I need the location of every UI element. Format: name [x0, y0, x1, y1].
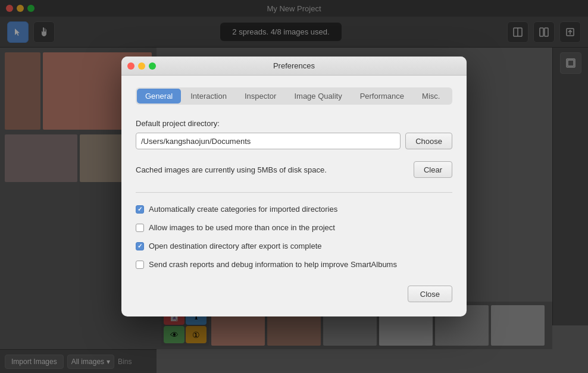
- checkbox-auto-categories: Automatically create categories for impo…: [136, 205, 452, 214]
- open-destination-checkbox[interactable]: [136, 242, 144, 250]
- dialog-close-footer-button[interactable]: Close: [408, 286, 452, 302]
- tab-interaction[interactable]: Interaction: [182, 89, 235, 104]
- directory-label: Default project directory:: [136, 119, 452, 128]
- dialog-footer: Close: [136, 278, 452, 302]
- dialog-titlebar: Preferences: [121, 57, 467, 76]
- directory-row: Choose: [136, 133, 452, 149]
- allow-images-checkbox[interactable]: [136, 224, 144, 232]
- dialog-body: General Interaction Inspector Image Qual…: [121, 76, 467, 316]
- preferences-tabs: General Interaction Inspector Image Qual…: [136, 87, 452, 105]
- dialog-title: Preferences: [273, 61, 315, 70]
- tab-misc[interactable]: Misc.: [414, 89, 448, 104]
- dialog-window-controls: [127, 62, 156, 70]
- allow-images-label[interactable]: Allow images to be used more than once i…: [149, 223, 335, 232]
- auto-categories-checkbox[interactable]: [136, 205, 144, 214]
- tab-general[interactable]: General: [137, 89, 181, 104]
- directory-input[interactable]: [136, 133, 401, 149]
- cache-text: Cached images are currently using 5MBs o…: [136, 165, 409, 174]
- checkbox-open-destination: Open destination directory after export …: [136, 242, 452, 250]
- tab-image-quality[interactable]: Image Quality: [286, 89, 350, 104]
- dialog-close-button[interactable]: [127, 62, 135, 70]
- checkbox-allow-images: Allow images to be used more than once i…: [136, 223, 452, 232]
- tab-inspector[interactable]: Inspector: [236, 89, 284, 104]
- preferences-dialog: Preferences General Interaction Inspecto…: [121, 57, 467, 316]
- crash-reports-checkbox[interactable]: [136, 261, 144, 269]
- choose-button[interactable]: Choose: [405, 133, 452, 149]
- divider: [136, 192, 452, 193]
- modal-overlay: Preferences General Interaction Inspecto…: [0, 0, 588, 373]
- open-destination-label[interactable]: Open destination directory after export …: [149, 242, 321, 250]
- crash-reports-label[interactable]: Send crash reports and debug information…: [149, 260, 397, 269]
- tab-performance[interactable]: Performance: [352, 89, 412, 104]
- auto-categories-label[interactable]: Automatically create categories for impo…: [149, 205, 337, 214]
- directory-section: Default project directory: Choose: [136, 119, 452, 149]
- clear-button[interactable]: Clear: [414, 161, 452, 178]
- dialog-maximize-button[interactable]: [149, 62, 156, 70]
- cache-row: Cached images are currently using 5MBs o…: [136, 161, 452, 178]
- dialog-minimize-button[interactable]: [138, 62, 145, 70]
- checkbox-crash-reports: Send crash reports and debug information…: [136, 260, 452, 269]
